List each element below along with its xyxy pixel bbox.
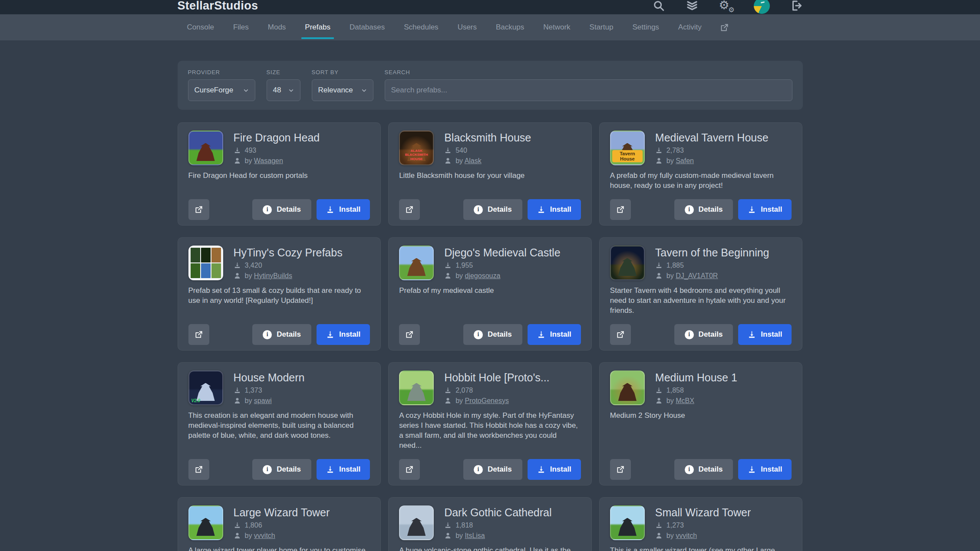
logout-icon[interactable] <box>790 0 803 12</box>
prefab-title: Fire Dragon Head <box>234 131 320 144</box>
open-external-button[interactable] <box>188 324 209 345</box>
author-link[interactable]: djegosouza <box>465 272 501 279</box>
person-icon <box>444 272 452 279</box>
card-footer: i Details Install <box>399 199 581 220</box>
author-link[interactable]: HytinyBuilds <box>254 272 292 279</box>
download-icon <box>444 387 452 394</box>
details-button[interactable]: i Details <box>463 324 522 345</box>
tab-files[interactable]: Files <box>224 14 258 40</box>
tab-network[interactable]: Network <box>534 14 580 40</box>
tab-settings[interactable]: Settings <box>623 14 668 40</box>
install-button[interactable]: Install <box>528 199 581 220</box>
details-button[interactable]: i Details <box>674 459 733 480</box>
tab-prefabs[interactable]: Prefabs <box>295 14 340 40</box>
install-button[interactable]: Install <box>738 324 792 345</box>
open-external-button[interactable] <box>399 324 420 345</box>
prefab-title: Large Wizard Tower <box>234 506 330 519</box>
details-button[interactable]: i Details <box>674 199 733 220</box>
person-icon <box>655 532 663 539</box>
by-label: by <box>455 272 463 279</box>
details-button[interactable]: i Details <box>252 459 311 480</box>
install-button[interactable]: Install <box>317 459 370 480</box>
open-external-button[interactable] <box>610 199 631 220</box>
sort-select[interactable]: Relevance <box>312 79 373 101</box>
install-button[interactable]: Install <box>738 459 792 480</box>
install-button[interactable]: Install <box>317 324 370 345</box>
size-select[interactable]: 48 <box>267 79 300 101</box>
card-header: Medium House 1 1,858 by McBX <box>610 371 792 405</box>
thumbnail-subject <box>407 258 426 276</box>
by-label: by <box>455 157 463 164</box>
open-external-button[interactable] <box>399 459 420 480</box>
info-icon: i <box>263 330 272 339</box>
author-link[interactable]: vvvitch <box>254 532 275 539</box>
author-link[interactable]: ItsLisa <box>465 532 485 539</box>
details-button[interactable]: i Details <box>463 459 522 480</box>
install-button[interactable]: Install <box>317 199 370 220</box>
details-button[interactable]: i Details <box>252 199 311 220</box>
tab-console[interactable]: Console <box>178 14 224 40</box>
download-icon <box>748 466 756 474</box>
tab-schedules[interactable]: Schedules <box>394 14 448 40</box>
tab-activity[interactable]: Activity <box>669 14 711 40</box>
author-row: by djegosouza <box>444 272 560 280</box>
prefab-description: A large wizard tower player home for you… <box>188 545 370 551</box>
tab-users[interactable]: Users <box>448 14 486 40</box>
info-icon: i <box>685 330 694 339</box>
details-button[interactable]: i Details <box>674 324 733 345</box>
prefab-title: Hobbit Hole [Proto's... <box>444 371 549 384</box>
external-link-icon <box>616 330 625 339</box>
open-external-button[interactable] <box>188 199 209 220</box>
avatar[interactable] <box>754 0 770 14</box>
by-label: by <box>455 532 463 539</box>
external-link-icon <box>195 330 203 339</box>
install-button[interactable]: Install <box>738 199 792 220</box>
author-link[interactable]: Wasagen <box>254 157 283 164</box>
external-link-icon <box>616 205 625 214</box>
download-count: 1,273 <box>667 521 684 529</box>
details-label: Details <box>488 205 512 214</box>
details-button[interactable]: i Details <box>252 324 311 345</box>
by-label: by <box>245 532 252 539</box>
open-external-button[interactable] <box>610 459 631 480</box>
prefab-thumbnail: ALASK BLACKSMITH HOUSE <box>399 131 434 165</box>
provider-select[interactable]: CurseForge <box>188 79 255 101</box>
author-link[interactable]: vvvitch <box>676 532 697 539</box>
tab-databases[interactable]: Databases <box>340 14 394 40</box>
open-external-button[interactable] <box>188 459 209 480</box>
card-header: V2.0 House Modern 1,373 by spawi <box>188 371 370 405</box>
prefab-description: This creation is an elegant and modern h… <box>188 410 370 450</box>
open-external-button[interactable] <box>399 199 420 220</box>
install-button[interactable]: Install <box>528 459 581 480</box>
tab-backups[interactable]: Backups <box>486 14 534 40</box>
download-icon <box>537 466 545 474</box>
person-icon <box>655 272 663 279</box>
open-external-button[interactable] <box>610 324 631 345</box>
author-link[interactable]: Safen <box>676 157 694 164</box>
author-link[interactable]: DJ_AV1AT0R <box>676 272 718 279</box>
thumbnail-label: Tavern House <box>612 150 643 162</box>
install-button[interactable]: Install <box>528 324 581 345</box>
download-count: 2,783 <box>667 147 684 154</box>
search-icon[interactable] <box>652 0 665 12</box>
details-button[interactable]: i Details <box>463 199 522 220</box>
author-link[interactable]: ProtoGenesys <box>465 397 509 404</box>
sort-label: SORT BY <box>312 69 373 75</box>
prefab-description: Prefab set of 13 small & cozy builds tha… <box>188 285 370 315</box>
downloads-row: 2,783 <box>655 147 769 154</box>
prefab-card: Djego's Medieval Castle 1,955 by djegoso… <box>388 237 592 351</box>
prefab-description: Starter Tavern with 4 bedrooms and every… <box>610 285 792 315</box>
tabs: ConsoleFilesModsPrefabsDatabasesSchedule… <box>178 14 711 40</box>
download-icon <box>326 206 334 214</box>
card-footer: i Details Install <box>399 459 581 480</box>
tab-mods[interactable]: Mods <box>258 14 296 40</box>
search-input[interactable] <box>385 79 792 101</box>
settings-gears-icon[interactable]: ⚙⚙ <box>719 0 734 13</box>
author-link[interactable]: Alask <box>465 157 482 164</box>
external-link-icon[interactable] <box>711 14 738 40</box>
info-icon: i <box>263 465 272 474</box>
author-link[interactable]: spawi <box>254 397 272 404</box>
tab-startup[interactable]: Startup <box>580 14 623 40</box>
author-link[interactable]: McBX <box>676 397 694 404</box>
layers-icon[interactable] <box>685 0 699 12</box>
